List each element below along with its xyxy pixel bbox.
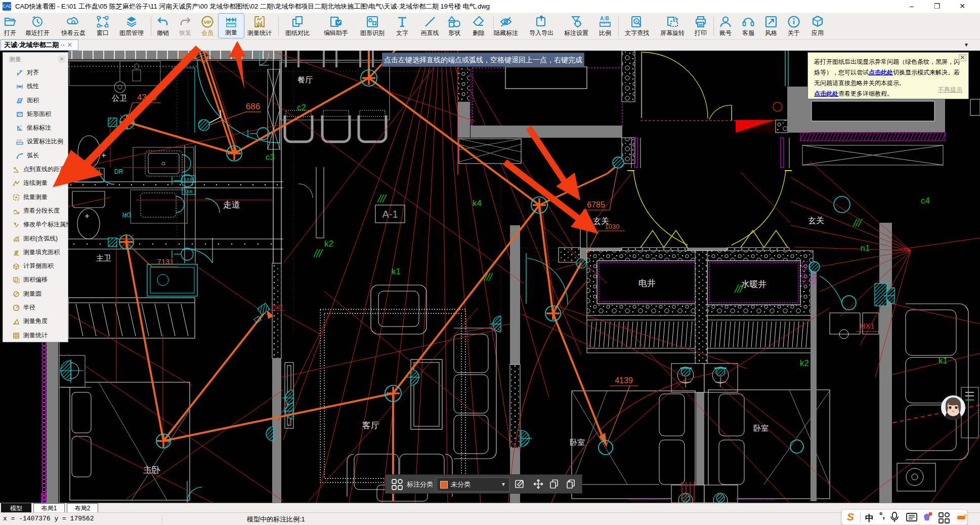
svg-text:7131: 7131	[157, 257, 174, 266]
svg-text:VIP: VIP	[204, 20, 211, 25]
svg-text:x=: x=	[19, 125, 22, 128]
svg-text:LEB: LEB	[185, 177, 192, 182]
svg-text:k4: k4	[473, 198, 482, 208]
svg-text:卧室: 卧室	[570, 438, 585, 447]
svg-text:k2: k2	[324, 239, 333, 249]
svg-text:k2: k2	[800, 358, 809, 368]
svg-text:n1: n1	[861, 244, 870, 253]
svg-text:4139: 4139	[615, 376, 633, 385]
svg-text:686: 686	[246, 102, 260, 111]
svg-text:公卫: 公卫	[112, 94, 127, 102]
svg-text:+: +	[101, 151, 106, 159]
svg-text:水暖井: 水暖井	[741, 279, 767, 289]
svg-text:客厅: 客厅	[362, 421, 379, 430]
svg-text:餐厅: 餐厅	[297, 75, 313, 84]
svg-text:卧室: 卧室	[753, 424, 769, 432]
svg-text:2123: 2123	[179, 52, 191, 58]
svg-text:DR: DR	[122, 211, 131, 218]
svg-text:2162: 2162	[272, 304, 283, 310]
svg-text:玄关: 玄关	[808, 216, 824, 225]
svg-text:主卫: 主卫	[96, 254, 111, 262]
svg-text:A-1: A-1	[382, 209, 398, 220]
svg-text:走道: 走道	[223, 200, 240, 210]
svg-text:c4: c4	[921, 196, 930, 206]
svg-text:c3: c3	[266, 152, 275, 162]
svg-text:+: +	[84, 212, 89, 220]
svg-text:6785: 6785	[587, 200, 605, 209]
svg-text:1030: 1030	[605, 223, 620, 230]
svg-text:4340: 4340	[137, 93, 156, 102]
svg-text:c2: c2	[297, 103, 306, 112]
svg-text:DR: DR	[114, 168, 123, 175]
svg-text:电井: 电井	[638, 278, 656, 288]
svg-text:A:B: A:B	[17, 139, 22, 142]
svg-text:A: A	[635, 19, 638, 24]
svg-text:A:B: A:B	[600, 16, 609, 21]
svg-text:k1: k1	[392, 267, 401, 276]
